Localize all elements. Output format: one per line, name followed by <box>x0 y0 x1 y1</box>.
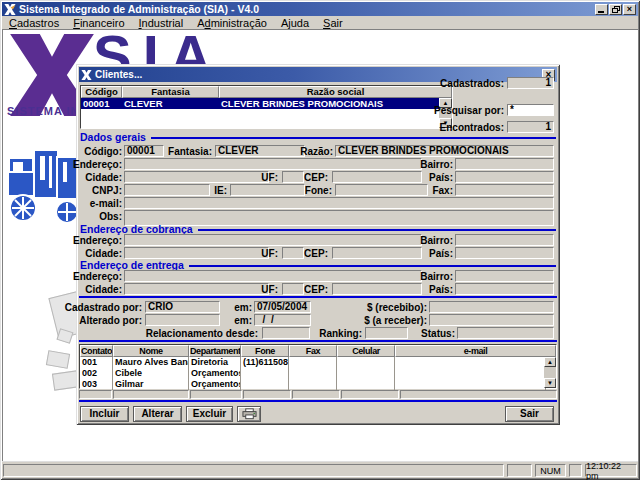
contacts-entry-strip <box>79 390 557 399</box>
ent-bairro-field[interactable] <box>455 270 554 282</box>
recebido-field[interactable] <box>429 301 554 313</box>
menu-cadastros[interactable]: Cadastros <box>2 17 66 29</box>
scroll-down-icon[interactable]: ▼ <box>544 378 556 388</box>
cadastrado-por-field[interactable]: CRIO <box>145 301 220 313</box>
num-lock-indicator: NUM <box>535 464 566 477</box>
pais-field[interactable] <box>455 171 554 183</box>
selected-client-row[interactable]: 00001 CLEVER CLEVER BRINDES PROMOCIONAIS <box>81 98 452 109</box>
ent-pais-field[interactable] <box>455 283 554 295</box>
ent-uf-field[interactable] <box>282 283 304 295</box>
column-header-fax[interactable]: Fax <box>289 345 337 357</box>
column-header-contato[interactable]: Contato <box>80 345 113 357</box>
cob-cep-field[interactable] <box>332 247 422 259</box>
cell-fone: (11)61150822 <box>241 357 289 368</box>
cell-fax <box>289 379 337 390</box>
scroll-up-icon[interactable]: ▲ <box>544 357 556 367</box>
recebido-label: $ (recebibo): <box>367 302 427 313</box>
window-titlebar[interactable]: Sistema Integrado de Administração (SIA)… <box>2 2 638 16</box>
cob-endereco-field[interactable] <box>124 234 422 246</box>
strip-cell[interactable] <box>113 390 189 399</box>
cell-email <box>395 368 546 379</box>
cob-cidade-field[interactable] <box>124 247 269 259</box>
close-button[interactable]: × <box>623 4 636 15</box>
sair-button[interactable]: Sair <box>505 406 554 422</box>
relacionamento-field[interactable] <box>262 327 310 339</box>
endereco-field[interactable] <box>124 158 422 170</box>
ranking-field[interactable] <box>365 327 408 339</box>
strip-cell[interactable] <box>79 390 112 399</box>
email-field[interactable] <box>124 197 554 209</box>
cob-pais-label: País: <box>429 248 453 259</box>
column-header-departamento[interactable]: Departamento <box>189 345 241 357</box>
cnpj-field[interactable] <box>124 184 210 196</box>
alterar-button[interactable]: Alterar <box>133 406 182 422</box>
ent-bairro-label: Bairro: <box>420 271 453 282</box>
cidade-label: Cidade: <box>85 172 122 183</box>
column-header-fantasia[interactable]: Fantasia <box>122 86 219 98</box>
section-rule <box>151 137 556 139</box>
codigo-field[interactable]: 00001 <box>124 145 164 157</box>
ent-cidade-field[interactable] <box>124 283 269 295</box>
results-grid-header: Código Fantasia Razão social <box>81 86 452 98</box>
menu-ajuda[interactable]: Ajuda <box>274 17 316 29</box>
bairro-field[interactable] <box>455 158 554 170</box>
fantasia-field[interactable]: CLEVER <box>215 145 305 157</box>
cidade-field[interactable] <box>124 171 269 183</box>
menu-sair[interactable]: Sair <box>316 17 350 29</box>
razao-field[interactable]: CLEVER BRINDES PROMOCIONAIS <box>335 145 554 157</box>
strip-cell[interactable] <box>190 390 242 399</box>
restore-button[interactable] <box>609 4 622 15</box>
incluir-button[interactable]: Incluir <box>80 406 129 422</box>
ent-cep-field[interactable] <box>332 283 422 295</box>
column-header-razao[interactable]: Razão social <box>219 86 452 98</box>
fax-field[interactable] <box>455 184 554 196</box>
section-rule <box>198 229 556 231</box>
statusbar-panel <box>569 464 582 477</box>
contact-row[interactable]: 002 Cibele Orçamentos <box>80 368 556 379</box>
cep-label: CEP: <box>304 172 328 183</box>
clientes-dialog: Clientes... × Código Fantasia Razão soci… <box>76 64 560 425</box>
alterado-em-field[interactable]: / / <box>254 314 311 326</box>
alterado-por-field[interactable] <box>145 314 220 326</box>
pesquisar-por-input[interactable]: * <box>507 104 554 116</box>
background-artwork <box>46 350 70 369</box>
column-header-email[interactable]: e-mail <box>395 345 556 357</box>
scroll-track[interactable] <box>544 367 556 378</box>
uf-field[interactable] <box>282 171 304 183</box>
ent-endereco-field[interactable] <box>124 270 422 282</box>
contact-row[interactable]: 001 Mauro Alves Banaco Diretoria (11)611… <box>80 357 556 368</box>
contact-row[interactable]: 003 Gilmar Orçamentos <box>80 379 556 390</box>
cep-field[interactable] <box>332 171 422 183</box>
cob-pais-field[interactable] <box>455 247 554 259</box>
cob-bairro-field[interactable] <box>455 234 554 246</box>
menu-industrial[interactable]: Industrial <box>132 17 191 29</box>
cell-contato: 001 <box>80 357 113 368</box>
ie-field[interactable] <box>230 184 305 196</box>
strip-cell[interactable] <box>292 390 340 399</box>
minimize-button[interactable] <box>595 4 608 15</box>
column-header-codigo[interactable]: Código <box>81 86 122 98</box>
excluir-button[interactable]: Excluir <box>186 406 233 422</box>
menu-administracao[interactable]: Administração <box>190 17 274 29</box>
column-header-nome[interactable]: Nome <box>113 345 189 357</box>
strip-cell[interactable] <box>243 390 291 399</box>
menu-financeiro[interactable]: Financeiro <box>66 17 131 29</box>
cob-uf-field[interactable] <box>282 247 304 259</box>
alterado-por-label: Alterado por: <box>79 315 142 326</box>
bairro-label: Bairro: <box>420 159 453 170</box>
fone-field[interactable] <box>335 184 428 196</box>
contacts-scrollbar[interactable]: ▲ ▼ <box>544 357 556 388</box>
strip-cell[interactable] <box>400 390 557 399</box>
column-header-fone[interactable]: Fone <box>241 345 289 357</box>
cob-bairro-label: Bairro: <box>420 235 453 246</box>
cadastrado-em-field[interactable]: 07/05/2004 <box>254 301 311 313</box>
print-button[interactable] <box>237 406 261 422</box>
clock: 12:10:22 pm <box>585 464 637 477</box>
status-field[interactable] <box>457 327 554 339</box>
a-receber-field[interactable] <box>429 314 554 326</box>
strip-cell[interactable] <box>341 390 399 399</box>
cadastrado-em-label: em: <box>234 302 252 313</box>
ent-pais-label: País: <box>429 284 453 295</box>
column-header-celular[interactable]: Celular <box>337 345 395 357</box>
application-window: Sistema Integrado de Administração (SIA)… <box>0 0 640 480</box>
